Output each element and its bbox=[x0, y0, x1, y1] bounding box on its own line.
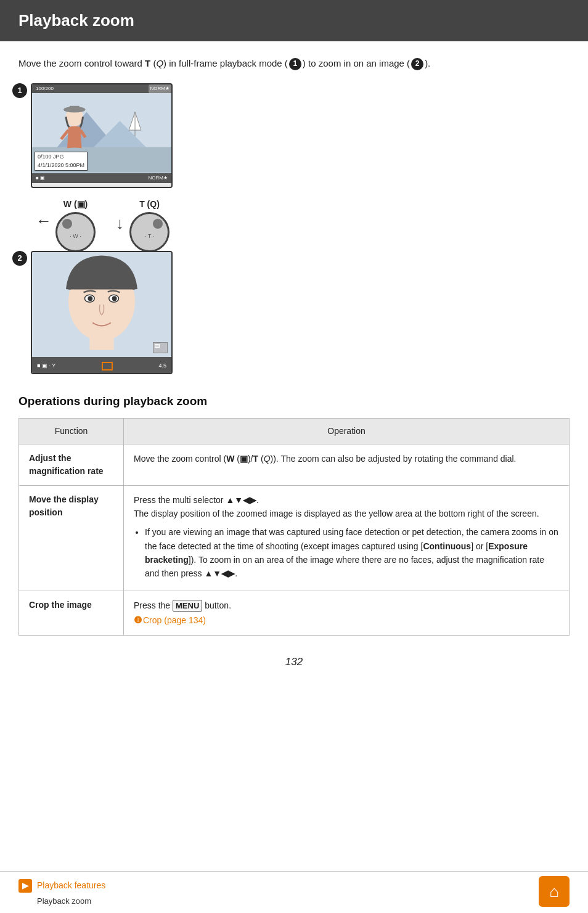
zoom-info: 0/100 JPG4/1/1/2020 5:00PM bbox=[35, 152, 88, 171]
footer: ▶ Playback features Playback zoom ⌂ bbox=[0, 871, 588, 914]
footer-sub-text: Playback zoom bbox=[37, 895, 570, 907]
svg-point-17 bbox=[112, 296, 117, 301]
mini-map-indicator bbox=[155, 344, 160, 348]
arrow-down-icon: ↓ bbox=[116, 211, 124, 235]
t-dial: T (Q) · T · bbox=[129, 198, 169, 252]
step2-camera: 2 bbox=[18, 251, 570, 374]
function-cell-3: Crop the image bbox=[19, 591, 124, 635]
home-icon: ⌂ bbox=[549, 880, 559, 904]
camera-screen-1: 100/200 NORM★ bbox=[31, 83, 173, 188]
footer-link-text[interactable]: Playback features bbox=[37, 879, 105, 892]
t-label: T (Q) bbox=[139, 198, 160, 211]
w-dial: W (▣) · W · bbox=[55, 198, 96, 252]
w-dial-circle: · W · bbox=[55, 212, 96, 252]
title-bar: Playback zoom bbox=[0, 0, 588, 41]
image-area-2 bbox=[32, 252, 171, 357]
footer-link[interactable]: ▶ Playback features bbox=[18, 879, 570, 893]
page-number: 132 bbox=[0, 654, 588, 670]
table-row: Move the displayposition Press the multi… bbox=[19, 485, 570, 591]
mini-map bbox=[153, 342, 168, 353]
zoom-controls-area: ← W (▣) · W · ↓ T (Q) · T · bbox=[25, 192, 197, 247]
svg-point-16 bbox=[88, 296, 92, 301]
col1-header: Function bbox=[19, 418, 124, 444]
page-title: Playback zoom bbox=[18, 9, 570, 33]
step2-badge: 2 bbox=[12, 251, 27, 266]
t-dial-sub: · T · bbox=[145, 232, 154, 241]
table-row: Adjust themagnification rate Move the zo… bbox=[19, 444, 570, 485]
camera-top-bar: 100/200 NORM★ bbox=[32, 84, 171, 93]
arrow-left-icon: ← bbox=[36, 209, 52, 233]
operations-title: Operations during playback zoom bbox=[18, 393, 570, 411]
zoom-num: 4.5 bbox=[158, 362, 166, 371]
orange-arrow-icon: ❶ bbox=[134, 615, 142, 625]
bottom-left-info: ■ ▣ bbox=[36, 174, 45, 182]
step1-badge: 1 bbox=[12, 83, 27, 98]
zoom-box bbox=[102, 362, 113, 371]
function-cell-1: Adjust themagnification rate bbox=[19, 444, 124, 485]
table-row: Crop the image Press the MENU button. ❶C… bbox=[19, 591, 570, 635]
image-area-1: 0/100 JPG4/1/1/2020 5:00PM bbox=[32, 93, 171, 173]
top-bar-info: 100/200 bbox=[36, 85, 54, 92]
home-button[interactable]: ⌂ bbox=[539, 876, 570, 907]
operation-cell-1: Move the zoom control (W (▣)/T (Q)). The… bbox=[124, 444, 570, 485]
step1-camera: 1 100/200 NORM★ bbox=[18, 83, 191, 188]
w-dial-dot bbox=[62, 219, 72, 229]
norm-badge: NORM★ bbox=[149, 84, 171, 93]
bullet-list: If you are viewing an image that was cap… bbox=[134, 525, 559, 581]
zoomed-bottom-bar: ■ ▣ · Y 4.5 bbox=[32, 357, 171, 374]
operations-table: Function Operation Adjust themagnificati… bbox=[18, 418, 570, 636]
menu-key: MENU bbox=[173, 600, 202, 612]
zoom-level: ■ ▣ · Y bbox=[37, 362, 55, 371]
svg-rect-8 bbox=[70, 106, 80, 112]
w-dial-sub: · W · bbox=[70, 232, 81, 241]
operations-section: Operations during playback zoom Function… bbox=[0, 393, 588, 636]
w-label: W (▣) bbox=[63, 198, 88, 211]
crop-link[interactable]: Crop (page 134) bbox=[143, 615, 206, 625]
camera-screen-2: ■ ▣ · Y 4.5 bbox=[31, 251, 173, 374]
bottom-right-info: NORM★ bbox=[149, 174, 168, 182]
function-cell-2: Move the displayposition bbox=[19, 485, 124, 591]
operation-cell-2: Press the multi selector ▲▼◀▶. The displ… bbox=[124, 485, 570, 591]
page-container: Playback zoom Move the zoom control towa… bbox=[0, 0, 588, 913]
illustration-area: 1 100/200 NORM★ bbox=[0, 83, 588, 374]
col2-header: Operation bbox=[124, 418, 570, 444]
t-dial-dot bbox=[153, 219, 163, 229]
list-item: If you are viewing an image that was cap… bbox=[145, 525, 559, 581]
t-dial-circle: · T · bbox=[129, 212, 169, 252]
playback-icon: ▶ bbox=[18, 879, 32, 893]
camera-bottom-bar: ■ ▣ NORM★ bbox=[32, 173, 171, 183]
operation-cell-3: Press the MENU button. ❶Crop (page 134) bbox=[124, 591, 570, 635]
intro-text: Move the zoom control toward T (Q) in fu… bbox=[0, 56, 588, 71]
